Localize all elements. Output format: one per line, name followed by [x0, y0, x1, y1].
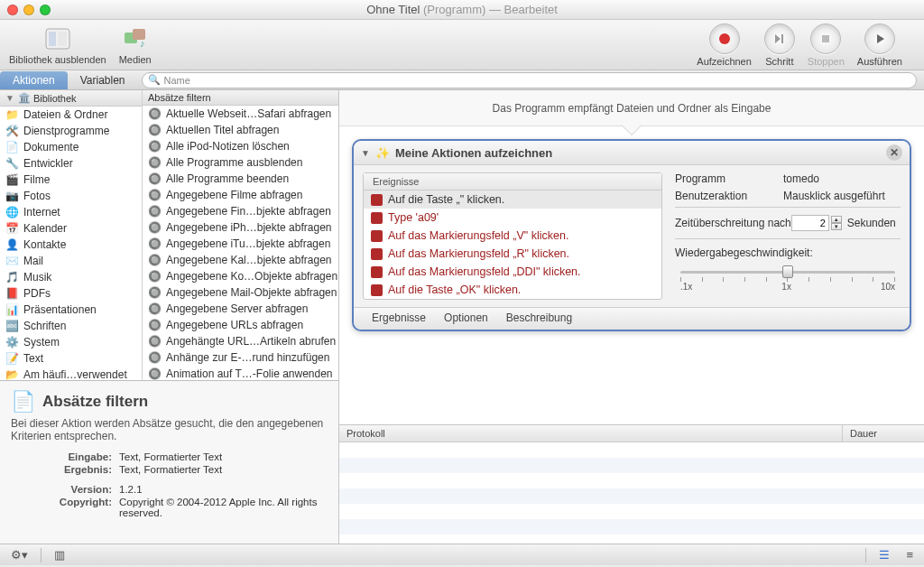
category-item[interactable]: 🔧Entwickler [0, 155, 142, 172]
record-button[interactable]: Aufzeichnen [697, 23, 752, 67]
svg-point-6 [719, 33, 730, 44]
filter-icon: 📄 [11, 390, 35, 414]
event-row[interactable]: Auf das Markierungsfeld „DDI" klicken. [364, 263, 661, 281]
category-icon: 📕 [5, 287, 19, 301]
timeout-input[interactable] [791, 215, 829, 231]
action-item[interactable]: 🔘Alle Programme beenden [143, 171, 338, 187]
action-item[interactable]: 🔘Anhänge zur E-…rund hinzufügen [143, 349, 338, 366]
timeout-stepper[interactable]: ▲▼ [831, 216, 842, 230]
hide-library-button[interactable]: Bibliothek ausblenden [9, 25, 106, 65]
media-button[interactable]: ♪ Medien [119, 25, 152, 65]
category-item[interactable]: 👤Kontakte [0, 237, 142, 253]
close-action-button[interactable]: ✕ [886, 144, 902, 161]
search-input[interactable]: 🔍 Name [142, 72, 917, 88]
action-item[interactable]: 🔘Animation auf T…-Folie anwenden [143, 366, 338, 380]
options-tab[interactable]: Optionen [444, 311, 488, 324]
run-label: Ausführen [857, 56, 902, 67]
sidebar-tabs: Aktionen Variablen 🔍 Name [0, 70, 924, 90]
action-item[interactable]: 🔘Alle Programme ausblenden [143, 154, 338, 171]
record-action-box[interactable]: ▼ ✨ Meine Aktionen aufzeichnen ✕ Ereigni… [352, 139, 911, 331]
program-label: Programm [675, 172, 783, 185]
timeout-label: Zeitüberschreitung nach [675, 217, 791, 229]
category-item[interactable]: 🎵Musik [0, 269, 142, 285]
stop-button[interactable]: Stoppen [808, 23, 845, 67]
category-item[interactable]: 🛠️Dienstprogramme [0, 123, 142, 139]
run-button[interactable]: Ausführen [857, 23, 902, 67]
workflow-canvas[interactable]: ▼ ✨ Meine Aktionen aufzeichnen ✕ Ereigni… [339, 126, 924, 424]
category-list[interactable]: ▼ 🏛️ Bibliothek 📁Dateien & Ordner🛠️Diens… [0, 90, 143, 380]
action-icon: 🔘 [148, 156, 162, 170]
category-item[interactable]: 📝Text [0, 350, 142, 367]
log-col-protocol[interactable]: Protokoll [339, 425, 843, 442]
alt-view-icon[interactable]: ≡ [902, 546, 917, 563]
category-item[interactable]: 📕PDFs [0, 285, 142, 302]
action-item[interactable]: 🔘Angegebene iPh…bjekte abfragen [143, 219, 338, 236]
action-item[interactable]: 🔘Angegebene Mail-Objekte abfragen [143, 284, 338, 301]
action-item[interactable]: 🔘Angegebene Fin…bjekte abfragen [143, 203, 338, 219]
svg-rect-1 [49, 32, 56, 46]
speed-min: .1x [680, 282, 692, 292]
library-panel: ▼ 🏛️ Bibliothek 📁Dateien & Ordner🛠️Diens… [0, 90, 339, 544]
category-item[interactable]: 📷Fotos [0, 188, 142, 204]
stop-label: Stoppen [808, 56, 845, 67]
action-item[interactable]: 🔘Angegebene Ko…Objekte abfragen [143, 268, 338, 284]
action-item[interactable]: 🔘Angegebene URLs abfragen [143, 317, 338, 333]
toggle-panel-icon[interactable]: ▥ [51, 546, 69, 563]
events-table[interactable]: Ereignisse Auf die Taste „" klicken.Type… [363, 172, 662, 300]
action-item[interactable]: 🔘Alle iPod-Notizen löschen [143, 138, 338, 154]
category-item[interactable]: 📊Präsentationen [0, 302, 142, 318]
action-item[interactable]: 🔘Aktuellen Titel abfragen [143, 122, 338, 138]
step-button[interactable]: Schritt [764, 23, 795, 67]
category-item[interactable]: 📅Kalender [0, 220, 142, 237]
category-icon: 📊 [5, 303, 19, 317]
gear-icon[interactable]: ⚙︎▾ [7, 546, 32, 563]
action-item[interactable]: 🔘Angegebene Server abfragen [143, 301, 338, 317]
info-version-label: Version: [11, 484, 119, 495]
category-item[interactable]: ✉️Mail [0, 253, 142, 269]
speed-slider[interactable] [680, 264, 895, 280]
action-item[interactable]: 🔘Angegebene iTu…bjekte abfragen [143, 236, 338, 252]
step-label: Schritt [765, 56, 793, 67]
action-icon: 🔘 [148, 189, 162, 202]
category-item[interactable]: 📁Dateien & Ordner [0, 107, 142, 123]
action-icon: 🔘 [148, 286, 162, 300]
action-item[interactable]: 🔘Angegebene Filme abfragen [143, 187, 338, 203]
list-view-icon[interactable]: ☰ [875, 546, 893, 563]
category-item[interactable]: 📄Dokumente [0, 139, 142, 155]
action-info-panel: 📄 Absätze filtern Bei dieser Aktion werd… [0, 381, 338, 544]
log-rows[interactable] [339, 442, 924, 544]
event-row[interactable]: Auf die Taste „" klicken. [364, 191, 661, 209]
category-icon: ⚙️ [5, 336, 19, 349]
category-item[interactable]: 🎬Filme [0, 172, 142, 188]
info-copyright-label: Copyright: [11, 497, 119, 518]
action-title: Meine Aktionen aufzeichnen [395, 146, 552, 160]
hide-library-label: Bibliothek ausblenden [9, 54, 106, 65]
tab-variables[interactable]: Variablen [68, 71, 138, 89]
results-tab[interactable]: Ergebnisse [372, 311, 426, 324]
category-item[interactable]: 🔤Schriften [0, 318, 142, 334]
info-output-label: Ergebnis: [11, 464, 119, 475]
actions-list[interactable]: Absätze filtern 🔘Aktuelle Webseit…Safari… [143, 90, 338, 380]
action-icon: 🔘 [148, 124, 162, 137]
category-item[interactable]: ⚙️System [0, 334, 142, 350]
description-tab[interactable]: Beschreibung [506, 311, 572, 324]
tab-actions[interactable]: Aktionen [0, 71, 68, 89]
event-row[interactable]: Auf die Taste „OK" klicken. [364, 281, 661, 299]
log-col-duration[interactable]: Dauer [843, 425, 924, 442]
action-item[interactable]: 🔘Angegebene Kal…bjekte abfragen [143, 252, 338, 268]
disclosure-icon[interactable]: ▼ [361, 148, 370, 158]
event-icon [371, 266, 383, 278]
category-item[interactable]: 📂Am häufi…verwendet [0, 367, 142, 380]
action-icon: 🔘 [148, 172, 162, 186]
event-row[interactable]: Auf das Markierungsfeld „R" klicken. [364, 245, 661, 263]
title-main: Ohne Titel [366, 3, 420, 16]
action-item[interactable]: 🔘Angehängte URL…Artikeln abrufen [143, 333, 338, 349]
action-item[interactable]: 🔘Aktuelle Webseit…Safari abfragen [143, 106, 338, 122]
action-header[interactable]: ▼ ✨ Meine Aktionen aufzeichnen ✕ [354, 141, 910, 165]
info-description: Bei dieser Aktion werden Absätze gesucht… [11, 417, 328, 442]
info-input-label: Eingabe: [11, 451, 119, 462]
program-value: tomedo [783, 172, 819, 185]
category-item[interactable]: 🌐Internet [0, 204, 142, 220]
event-row[interactable]: Auf das Markierungsfeld „V" klicken. [364, 227, 661, 245]
event-row[interactable]: Type 'a09' [364, 209, 661, 227]
